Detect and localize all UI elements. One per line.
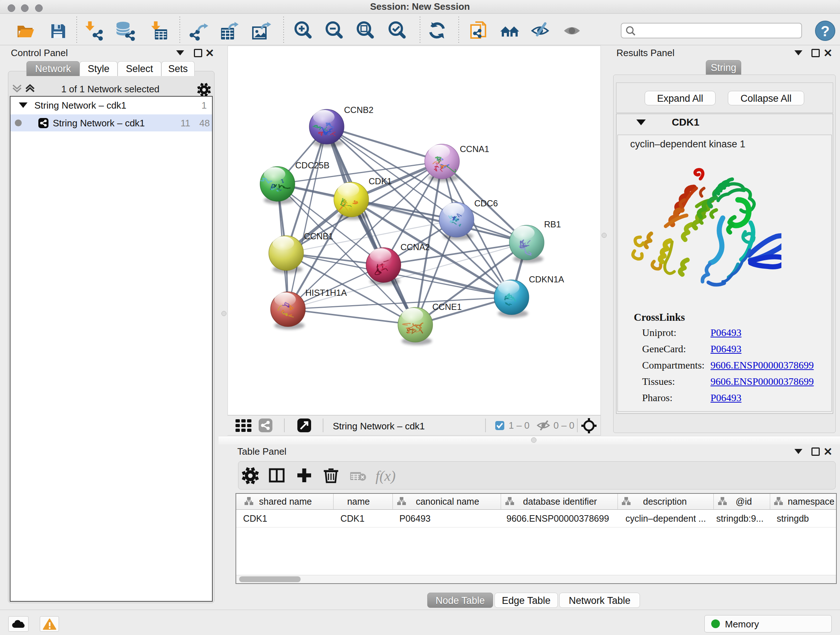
svg-text:CCNB2: CCNB2 <box>344 105 373 115</box>
svg-text:CCNA1: CCNA1 <box>460 144 489 154</box>
svg-text:CDC6: CDC6 <box>474 198 498 208</box>
svg-text:CCNE1: CCNE1 <box>432 302 462 312</box>
svg-text:CDKN1A: CDKN1A <box>529 274 564 284</box>
svg-text:CCNA2: CCNA2 <box>401 242 430 252</box>
svg-text:1 – 0: 1 – 0 <box>508 420 530 431</box>
svg-text:CDC25B: CDC25B <box>295 160 330 170</box>
svg-text:RB1: RB1 <box>544 219 561 229</box>
svg-text:0 – 0: 0 – 0 <box>554 420 575 431</box>
svg-text:HIST1H1A: HIST1H1A <box>305 288 347 298</box>
svg-text:f(x): f(x) <box>376 468 396 484</box>
svg-text:CDK1: CDK1 <box>369 176 392 186</box>
svg-text:CCNB1: CCNB1 <box>304 231 333 241</box>
